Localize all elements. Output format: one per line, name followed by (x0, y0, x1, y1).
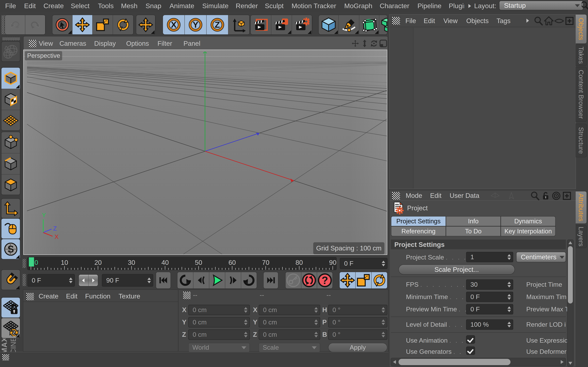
svg-text:S: S (8, 244, 14, 254)
svg-text:Y: Y (42, 212, 46, 218)
svg-text:Z: Z (215, 20, 220, 30)
svg-text:Y: Y (193, 20, 199, 30)
svg-text:X: X (171, 20, 177, 30)
svg-text:?: ? (321, 274, 328, 286)
svg-text:Z: Z (53, 225, 57, 232)
svg-text:X: X (55, 234, 59, 240)
